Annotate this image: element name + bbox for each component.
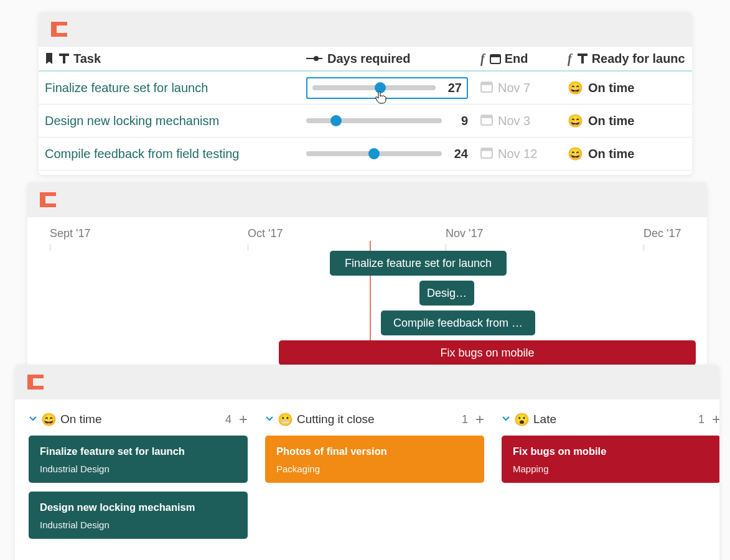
end-date: Nov 7: [480, 80, 530, 96]
table-card-header: [39, 12, 692, 47]
timeline-card-header: [27, 182, 707, 217]
card-category: Packaging: [276, 464, 473, 474]
task-name[interactable]: Compile feedback from field testing: [45, 147, 239, 161]
lane-count: 1: [462, 413, 468, 426]
task-name[interactable]: Finalize feature set for launch: [45, 81, 208, 95]
board-lane: 😬Cutting it close1+Photos of final versi…: [265, 409, 484, 548]
svg-rect-7: [481, 115, 492, 118]
slider-thumb[interactable]: [368, 148, 380, 159]
add-card-button[interactable]: +: [712, 412, 719, 427]
lane-count: 1: [698, 413, 704, 426]
svg-rect-3: [490, 55, 500, 57]
calendar-icon: [480, 146, 493, 162]
add-card-button[interactable]: +: [475, 412, 484, 427]
board-card[interactable]: Finalize feature set for launchIndustria…: [29, 436, 248, 483]
coda-logo-icon: [39, 191, 57, 208]
lane-emoji-icon: 😮: [514, 413, 530, 426]
days-slider[interactable]: 27: [306, 77, 468, 99]
timeline-bar[interactable]: Fix bugs on mobile: [279, 340, 696, 365]
days-value: 9: [451, 114, 468, 128]
days-value: 24: [451, 147, 468, 161]
timeline-bar[interactable]: Finalize feature set for launch: [330, 251, 507, 276]
lane-title: On time: [60, 413, 102, 426]
lane-header[interactable]: 😮Late1+: [502, 412, 719, 427]
card-category: Mapping: [513, 464, 709, 474]
chevron-down-icon[interactable]: [265, 413, 274, 426]
table-header-row: Task Days required f End f Ready for lau…: [39, 47, 692, 72]
end-date: Nov 3: [480, 113, 530, 129]
board-lane: 😄On time4+Finalize feature set for launc…: [29, 409, 248, 548]
timeline-month-label: Oct '17: [248, 227, 283, 240]
status-cell: 😄On time: [568, 147, 634, 161]
calendar-icon: [480, 113, 493, 129]
lane-header[interactable]: 😄On time4+: [29, 412, 248, 427]
board-lane: 😮Late1+Fix bugs on mobileMapping: [502, 409, 719, 548]
chevron-down-icon[interactable]: [29, 413, 37, 426]
coda-logo-icon: [50, 21, 68, 38]
card-title: Photos of final version: [276, 446, 473, 457]
column-header-days[interactable]: Days required: [327, 52, 410, 66]
add-card-button[interactable]: +: [239, 412, 248, 427]
status-emoji-icon: 😄: [568, 114, 583, 127]
formula-icon: f: [568, 52, 572, 66]
timeline-body[interactable]: Sept '17Oct '17Nov '17Dec '17 Finalize f…: [27, 217, 707, 368]
timeline-month-label: Sept '17: [50, 227, 91, 240]
table-row[interactable]: Design new locking mechanism9Nov 3😄On ti…: [39, 105, 692, 138]
card-title: Fix bugs on mobile: [513, 446, 709, 457]
lane-title: Late: [533, 413, 556, 426]
status-cell: 😄On time: [568, 114, 634, 128]
lane-count: 4: [225, 413, 232, 426]
lane-emoji-icon: 😄: [41, 413, 57, 426]
calendar-icon: [490, 53, 501, 64]
board-card[interactable]: Photos of final versionPackaging: [265, 436, 484, 483]
lane-title: Cutting it close: [297, 413, 375, 426]
text-type-icon: [577, 54, 588, 63]
board-view-card: 😄On time4+Finalize feature set for launc…: [15, 365, 719, 560]
table-view-card: Task Days required f End f Ready for lau…: [39, 12, 692, 175]
card-category: Industrial Design: [40, 520, 236, 530]
table-row[interactable]: Compile feedback from field testing24Nov…: [39, 138, 692, 170]
board-card[interactable]: Fix bugs on mobileMapping: [502, 436, 719, 483]
timeline-bar[interactable]: Compile feedback from …: [381, 310, 535, 335]
timeline-view-card: Sept '17Oct '17Nov '17Dec '17 Finalize f…: [27, 182, 707, 368]
card-title: Finalize feature set for launch: [40, 446, 236, 457]
formula-icon: f: [480, 52, 485, 66]
status-cell: 😄On time: [568, 81, 634, 95]
days-slider[interactable]: 9: [306, 114, 468, 128]
column-header-ready[interactable]: Ready for launch: [592, 52, 686, 66]
chevron-down-icon[interactable]: [502, 413, 510, 426]
timeline-month-label: Nov '17: [446, 227, 483, 240]
timeline-month-label: Dec '17: [643, 227, 681, 240]
svg-point-1: [314, 56, 319, 61]
calendar-icon: [480, 80, 493, 96]
card-category: Industrial Design: [40, 464, 236, 474]
task-name[interactable]: Design new locking mechanism: [45, 114, 219, 128]
bookmark-icon: [45, 53, 55, 64]
slider-thumb[interactable]: [375, 82, 386, 93]
column-header-end[interactable]: End: [505, 52, 528, 66]
status-emoji-icon: 😄: [568, 82, 583, 94]
svg-rect-9: [481, 148, 492, 151]
column-header-task[interactable]: Task: [73, 52, 101, 66]
days-slider[interactable]: 24: [306, 147, 468, 161]
status-emoji-icon: 😄: [568, 147, 583, 160]
slider-thumb[interactable]: [330, 115, 342, 126]
end-date: Nov 12: [480, 146, 537, 162]
lane-header[interactable]: 😬Cutting it close1+: [265, 412, 484, 427]
days-value: 27: [444, 81, 462, 95]
board-card-header: [15, 365, 719, 399]
text-type-icon: [58, 54, 70, 63]
slider-icon: [306, 55, 322, 62]
board-card[interactable]: Design new locking mechanismIndustrial D…: [29, 492, 248, 539]
coda-logo-icon: [26, 373, 45, 391]
table-row[interactable]: Finalize feature set for launch27Nov 7😄O…: [39, 72, 692, 105]
svg-rect-5: [481, 82, 492, 85]
timeline-bar[interactable]: Desig…: [419, 281, 474, 306]
card-title: Design new locking mechanism: [40, 502, 236, 513]
lane-emoji-icon: 😬: [278, 413, 293, 426]
